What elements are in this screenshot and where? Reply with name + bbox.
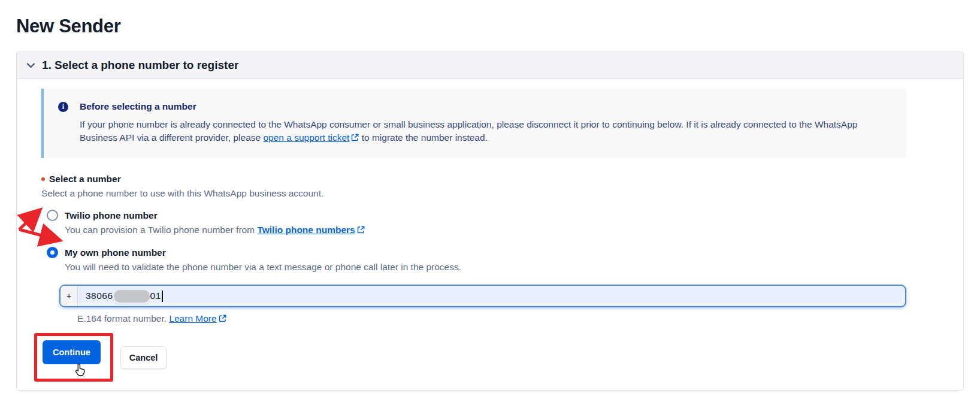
- own-number-label: My own phone number: [65, 247, 166, 258]
- own-number-radio-row[interactable]: My own phone number: [47, 247, 906, 258]
- phone-field: + 38066 01 E.164 format number. Learn Mo…: [59, 285, 906, 325]
- learn-more-link[interactable]: Learn More: [169, 313, 216, 324]
- actions-row: Continue Cancel: [41, 333, 906, 382]
- radio-unselected-icon[interactable]: [47, 210, 58, 221]
- section-title: 1. Select a phone number to register: [42, 59, 238, 72]
- hand-pointer-cursor: [74, 362, 87, 378]
- option-twilio-number: Twilio phone number You can provision a …: [41, 210, 906, 236]
- external-link-icon: [219, 314, 226, 325]
- phone-value: 38066 01: [78, 286, 163, 306]
- callout-title: Before selecting a number: [80, 101, 893, 112]
- text-caret: [162, 291, 163, 302]
- external-link-icon: [351, 132, 359, 145]
- info-callout: i Before selecting a number If your phon…: [41, 89, 906, 158]
- section-body: i Before selecting a number If your phon…: [17, 79, 963, 390]
- register-number-panel: 1. Select a phone number to register i B…: [16, 52, 964, 391]
- callout-text-2: to migrate the number instead.: [362, 132, 488, 143]
- option-own-number: My own phone number You will need to val…: [41, 247, 906, 273]
- external-link-icon: [357, 225, 365, 236]
- phone-number-input[interactable]: + 38066 01: [59, 285, 906, 307]
- select-number-label: Select a number: [49, 174, 121, 185]
- phone-prefix: +: [61, 286, 78, 306]
- info-circle-icon: i: [58, 102, 68, 112]
- select-number-label-row: Select a number: [41, 174, 906, 185]
- radio-selected-icon[interactable]: [47, 247, 58, 258]
- twilio-phone-numbers-link[interactable]: Twilio phone numbers: [257, 225, 355, 235]
- page-title: New Sender: [16, 16, 980, 37]
- new-sender-page: New Sender 1. Select a phone number to r…: [0, 0, 980, 396]
- annotation-highlight-box: Continue: [34, 333, 113, 382]
- section-header-select-number[interactable]: 1. Select a phone number to register: [17, 52, 963, 79]
- callout-body: If your phone number is already connecte…: [80, 118, 893, 145]
- open-support-ticket-link[interactable]: open a support ticket: [263, 132, 349, 143]
- own-number-description: You will need to validate the phone numb…: [65, 262, 906, 273]
- twilio-number-description: You can provision a Twilio phone number …: [65, 225, 906, 236]
- twilio-number-radio-row[interactable]: Twilio phone number: [47, 210, 906, 221]
- chevron-down-icon: [26, 62, 35, 69]
- format-note: E.164 format number. Learn More: [77, 313, 906, 325]
- required-dot-icon: [41, 177, 45, 181]
- continue-button[interactable]: Continue: [43, 340, 101, 364]
- twilio-number-desc-text: You can provision a Twilio phone number …: [65, 225, 255, 235]
- twilio-number-label: Twilio phone number: [65, 210, 158, 221]
- phone-value-start: 38066: [86, 291, 113, 301]
- select-number-help: Select a phone number to use with this W…: [41, 188, 906, 199]
- format-note-text: E.164 format number.: [77, 313, 167, 324]
- cancel-button[interactable]: Cancel: [120, 346, 167, 369]
- phone-value-end: 01: [150, 291, 161, 301]
- redacted-digits: [114, 290, 150, 303]
